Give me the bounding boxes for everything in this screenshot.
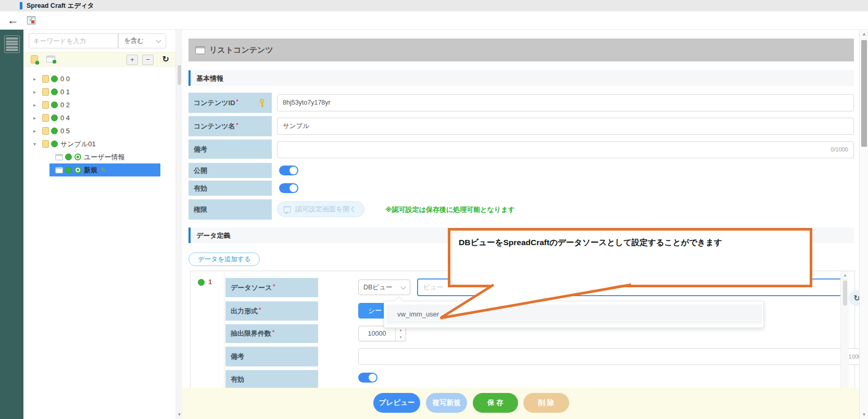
publish-toggle-on[interactable] <box>279 166 298 175</box>
tree-refresh-icon[interactable]: ↻ <box>162 54 169 64</box>
content-id-value: 8hj53yto7y178yr <box>283 99 331 106</box>
field-label-cell: コンテンツID * <box>188 93 272 113</box>
copy-new-button-disabled[interactable]: 複写新規 <box>426 393 467 413</box>
status-dot-icon <box>51 88 58 95</box>
app-title: Spread Craft エディタ <box>27 2 94 10</box>
stepper-down-icon[interactable]: ▼ <box>396 334 406 341</box>
view-suggestion-dropdown: vw_imm_user <box>384 301 764 328</box>
window-titlebar: Spread Craft エディタ <box>0 0 868 11</box>
tree-item-user-info[interactable]: ユーザー情報 <box>23 150 175 163</box>
folder-icon <box>42 75 49 83</box>
caret-right-icon[interactable]: ▸ <box>33 111 40 124</box>
field-label-cell: データソース * <box>225 278 318 297</box>
section-basic-info: 基本情報 <box>188 70 854 86</box>
caret-right-icon[interactable]: ▸ <box>33 72 40 85</box>
field-label-cell: コンテンツ名 * <box>188 116 272 136</box>
content-grid-icon <box>55 167 63 173</box>
chevron-down-icon <box>401 285 406 290</box>
content-name-value: サンプル <box>283 122 309 130</box>
add-content-icon[interactable] <box>46 56 55 62</box>
field-label: データソース <box>231 283 272 293</box>
authorization-icon <box>284 206 291 213</box>
sidebar-scrollbar-thumb[interactable] <box>178 65 181 85</box>
required-mark: * <box>272 329 274 335</box>
expand-all-button[interactable]: + <box>127 55 138 65</box>
field-label-cell: 出力形式 * <box>225 301 318 321</box>
permission-note: ※認可設定は保存後に処理可能となります <box>385 199 515 220</box>
scroll-up-arrow-icon[interactable]: ▲ <box>841 273 849 277</box>
tree-item-04[interactable]: ▸ 0 4 <box>23 111 175 124</box>
section-title: データ定義 <box>196 231 231 240</box>
field-label: 出力形式 <box>231 307 258 316</box>
field-row-content-id: コンテンツID * 8hj53yto7y178yr <box>188 93 854 113</box>
sidebar: を含む + − ↻ ▸ 0 0 ▸ 0 1 ▸ <box>23 30 175 419</box>
status-clock-icon <box>74 154 81 160</box>
tree-item-label: 新規 <box>84 163 97 176</box>
open-authorization-settings-button[interactable]: 認可設定画面を開く <box>277 201 364 217</box>
action-bar: プレビュー 複写新規 保 存 削 除 <box>182 388 859 419</box>
key-icon <box>259 99 265 107</box>
folder-icon <box>42 127 49 135</box>
delete-button-disabled[interactable]: 削 除 <box>523 393 569 413</box>
field-label: 有効 <box>231 375 244 384</box>
preview-button[interactable]: プレビュー <box>373 393 420 413</box>
menu-icon[interactable] <box>4 35 20 53</box>
folder-icon <box>42 88 49 96</box>
tree-item-02[interactable]: ▸ 0 2 <box>23 98 175 111</box>
spread-craft-editor-window: Spread Craft エディタ ← ✓ を含む + − ↻ ▸ <box>0 0 868 419</box>
field-label: コンテンツ名 <box>194 122 235 131</box>
limit-number-stepper[interactable]: 10000 ▲ ▼ <box>358 326 406 341</box>
caret-right-icon[interactable]: ▸ <box>33 85 40 98</box>
content-name-input[interactable]: サンプル <box>277 118 854 135</box>
app-accent-bar-icon <box>20 2 22 9</box>
tree-item-00[interactable]: ▸ 0 0 <box>23 72 175 85</box>
content-id-input[interactable]: 8hj53yto7y178yr <box>277 94 854 111</box>
save-button[interactable]: 保 存 <box>473 393 518 413</box>
card-scrollbar-thumb[interactable] <box>843 281 847 306</box>
note-input[interactable]: 0/1000 <box>277 141 854 158</box>
scroll-up-arrow-icon[interactable]: ▲ <box>860 32 868 36</box>
folder-icon <box>42 101 49 109</box>
spreadsheet-app-icon[interactable]: ✓ <box>27 16 35 24</box>
required-mark: * <box>273 283 275 289</box>
red-dot-icon <box>31 20 34 23</box>
scroll-down-arrow-icon[interactable]: ▼ <box>860 412 868 417</box>
tree-item-label: 0 2 <box>60 98 70 111</box>
enabled-toggle-on[interactable] <box>279 183 298 193</box>
caret-right-icon[interactable]: ▸ <box>33 98 40 111</box>
data-enabled-toggle-on[interactable] <box>358 373 378 383</box>
field-label-cell: 有効 <box>225 370 318 389</box>
caret-right-icon[interactable]: ▸ <box>33 124 40 137</box>
tree-item-label: 0 1 <box>60 85 70 98</box>
tree-item-new-selected[interactable]: 新規 ✎ <box>49 163 160 176</box>
match-type-select[interactable]: を含む <box>118 33 166 48</box>
tree-item-sample01[interactable]: ▾ サンプル01 <box>23 137 175 150</box>
add-data-button[interactable]: データを追加する <box>188 252 260 266</box>
add-folder-icon[interactable] <box>31 55 38 64</box>
section-accent-bar <box>188 70 191 86</box>
collapse-all-button[interactable]: − <box>142 55 154 65</box>
card-scrollbar[interactable]: ▲ <box>840 271 849 392</box>
datasource-type-select[interactable]: DBビュー <box>358 280 410 295</box>
nav-rail <box>0 30 23 419</box>
keyword-search-input[interactable] <box>29 33 118 48</box>
status-dot-icon <box>51 115 58 121</box>
data-note-input[interactable]: 0/1000 <box>358 348 867 365</box>
sidebar-scrollbar[interactable]: ▼ <box>175 30 182 419</box>
dropdown-item-vw-imm-user[interactable]: vw_imm_user <box>386 304 762 324</box>
caret-down-icon[interactable]: ▾ <box>33 137 40 150</box>
callout-text: DBビューをSpreadCraftのデータソースとして設定することができます <box>459 237 801 248</box>
status-dot-icon <box>51 141 58 147</box>
content-grid-icon <box>55 154 63 160</box>
main-scrollbar-thumb[interactable] <box>861 40 867 147</box>
tree-item-05[interactable]: ▸ 0 5 <box>23 124 175 137</box>
status-clock-icon <box>74 167 81 173</box>
tree-item-01[interactable]: ▸ 0 1 <box>23 85 175 98</box>
char-counter: 0/1000 <box>831 142 848 158</box>
main-scrollbar[interactable]: ▲ ▼ <box>859 30 868 419</box>
field-label-cell: 備考 <box>188 139 272 159</box>
status-dot-icon <box>65 167 72 173</box>
status-dot-icon <box>51 128 58 134</box>
back-arrow-icon[interactable]: ← <box>7 12 19 29</box>
field-label: 抽出限界件数 <box>231 329 271 338</box>
